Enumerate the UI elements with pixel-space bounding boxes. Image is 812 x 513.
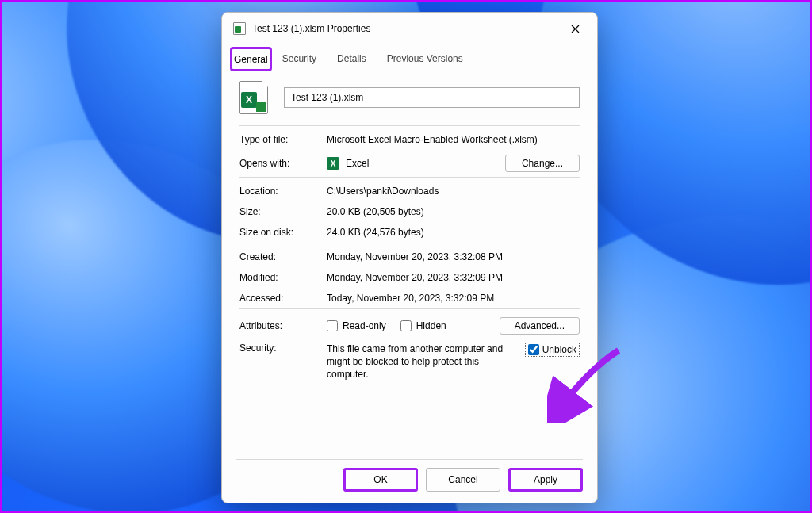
properties-dialog: Test 123 (1).xlsm Properties General Sec… (221, 12, 598, 503)
tab-content-general: X Type of file: Microsoft Excel Macro-En… (222, 71, 597, 459)
xlsm-file-icon (233, 22, 246, 35)
accessed-label: Accessed: (239, 293, 327, 304)
accessed-value: Today, November 20, 2023, 3:32:09 PM (327, 293, 580, 304)
attributes-label: Attributes: (239, 320, 327, 331)
opens-with-label: Opens with: (239, 158, 327, 169)
hidden-checkbox-input[interactable] (400, 320, 412, 331)
hidden-checkbox[interactable]: Hidden (400, 320, 446, 331)
change-button[interactable]: Change... (505, 155, 580, 172)
modified-value: Monday, November 20, 2023, 3:32:09 PM (327, 272, 580, 283)
created-label: Created: (239, 251, 327, 262)
advanced-button[interactable]: Advanced... (500, 317, 580, 335)
window-title: Test 123 (1).xlsm Properties (252, 23, 561, 34)
tab-security[interactable]: Security (272, 47, 327, 71)
titlebar: Test 123 (1).xlsm Properties (222, 13, 597, 43)
xlsm-large-icon: X (239, 81, 268, 114)
apply-button[interactable]: Apply (508, 468, 583, 492)
dialog-buttons: OK Cancel Apply (222, 460, 597, 503)
close-icon (571, 25, 580, 33)
security-message: This file came from another computer and… (327, 343, 525, 381)
unblock-checkbox-label: Unblock (542, 344, 576, 355)
created-value: Monday, November 20, 2023, 3:32:08 PM (327, 251, 580, 262)
type-of-file-value: Microsoft Excel Macro-Enabled Worksheet … (327, 134, 580, 145)
readonly-checkbox-input[interactable] (327, 320, 338, 331)
location-value: C:\Users\panki\Downloads (327, 186, 580, 197)
close-button[interactable] (561, 17, 589, 40)
opens-with-value: Excel (346, 158, 369, 169)
size-on-disk-value: 24.0 KB (24,576 bytes) (327, 227, 580, 238)
size-label: Size: (239, 206, 327, 217)
divider (239, 243, 580, 243)
unblock-checkbox[interactable]: Unblock (525, 343, 580, 357)
readonly-checkbox[interactable]: Read-only (327, 320, 386, 331)
tab-row: General Security Details Previous Versio… (222, 46, 597, 71)
filename-input[interactable] (284, 87, 580, 108)
ok-button[interactable]: OK (343, 468, 418, 492)
size-on-disk-label: Size on disk: (239, 227, 327, 238)
tab-general[interactable]: General (230, 47, 272, 71)
location-label: Location: (239, 186, 327, 197)
divider (239, 125, 580, 126)
hidden-checkbox-label: Hidden (416, 320, 446, 331)
modified-label: Modified: (239, 272, 327, 283)
type-of-file-label: Type of file: (239, 134, 327, 145)
size-value: 20.0 KB (20,505 bytes) (327, 206, 580, 217)
excel-app-icon: X (327, 157, 339, 170)
divider (239, 308, 580, 309)
cancel-button[interactable]: Cancel (426, 468, 500, 492)
divider (239, 177, 580, 178)
tab-details[interactable]: Details (327, 47, 377, 71)
readonly-checkbox-label: Read-only (343, 320, 386, 331)
security-label: Security: (239, 343, 327, 354)
unblock-checkbox-input[interactable] (528, 344, 539, 355)
tab-previous-versions[interactable]: Previous Versions (377, 47, 473, 71)
